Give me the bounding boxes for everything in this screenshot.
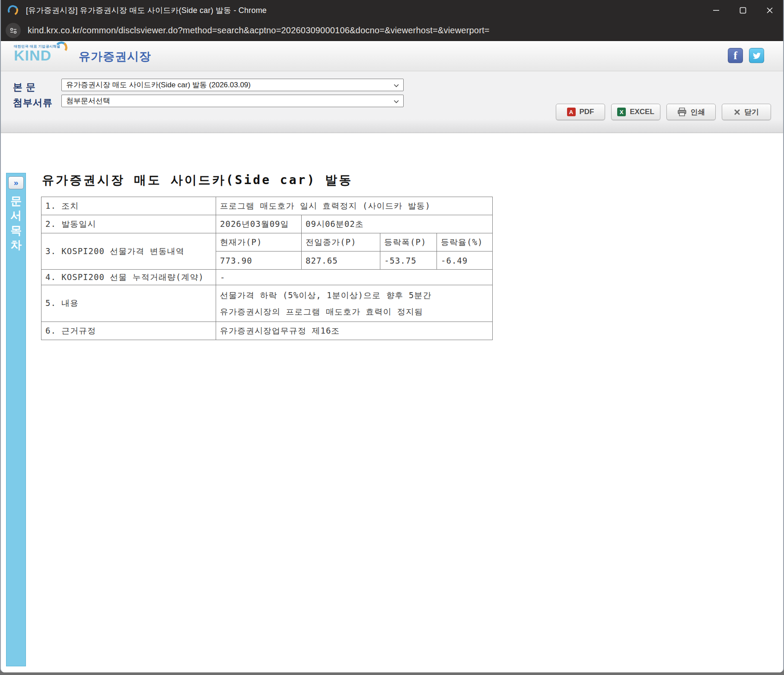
facebook-share-button[interactable]: f bbox=[728, 48, 743, 63]
main-doc-select[interactable]: 유가증권시장 매도 사이드카(Side car) 발동 (2026.03.09) bbox=[61, 79, 404, 91]
close-button-label: 닫기 bbox=[744, 107, 759, 117]
table-row: 4. KOSPI200 선물 누적거래량(계약) - bbox=[41, 270, 493, 285]
window-title: [유가증권시장] 유가증권시장 매도 사이드카(Side car) 발동 - C… bbox=[26, 5, 267, 16]
sidebar-label-char: 문 bbox=[10, 194, 22, 208]
row-label: 3. KOSPI200 선물가격 변동내역 bbox=[41, 233, 216, 270]
pdf-button[interactable]: A PDF bbox=[556, 104, 605, 120]
row-label: 5. 내용 bbox=[41, 285, 216, 322]
row-label: 6. 근거규정 bbox=[41, 322, 216, 340]
close-x-icon bbox=[734, 109, 740, 115]
disclosure-title: 유가증권시장 매도 사이드카(Side car) 발동 bbox=[42, 172, 353, 188]
print-button-label: 인쇄 bbox=[691, 107, 705, 117]
content-line-1: 선물가격 하락 (5%이상, 1분이상)으로 향후 5분간 bbox=[220, 287, 488, 303]
col-header: 등락폭(P) bbox=[380, 233, 437, 252]
url-bar: kind.krx.co.kr/common/disclsviewer.do?me… bbox=[1, 20, 783, 41]
printer-icon bbox=[677, 108, 687, 116]
row-value: 선물가격 하락 (5%이상, 1분이상)으로 향후 5분간 유가증권시장의 프로… bbox=[216, 285, 493, 322]
export-buttons: A PDF X EXCEL 인쇄 닫기 bbox=[556, 104, 771, 120]
attachment-select[interactable]: 첨부문서선택 bbox=[61, 95, 404, 107]
content-line-2: 유가증권시장의 프로그램 매도호가 효력이 정지됨 bbox=[220, 303, 488, 320]
sidebar-label-char: 차 bbox=[10, 238, 22, 252]
site-settings-button[interactable] bbox=[6, 23, 21, 38]
print-button[interactable]: 인쇄 bbox=[666, 104, 716, 120]
col-header: 등락율(%) bbox=[437, 233, 493, 252]
row-label: 4. KOSPI200 선물 누적거래량(계약) bbox=[41, 270, 216, 285]
col-header: 현재가(P) bbox=[216, 233, 302, 252]
facebook-icon: f bbox=[733, 48, 737, 63]
trigger-time: 09시06분02초 bbox=[302, 215, 493, 233]
document-toolbar: 본 문 유가증권시장 매도 사이드카(Side car) 발동 (2026.03… bbox=[1, 71, 783, 133]
double-chevron-right-icon: » bbox=[14, 178, 19, 188]
social-buttons: f bbox=[728, 48, 764, 63]
row-label: 1. 조치 bbox=[41, 197, 216, 215]
site-header: 대한민국 대표 기업공시채널 KIND 유가증권시장 f bbox=[1, 41, 783, 71]
trigger-date: 2026년03월09일 bbox=[216, 215, 302, 233]
col-header: 전일종가(P) bbox=[302, 233, 380, 252]
close-window-button[interactable] bbox=[756, 0, 783, 20]
row-value: - bbox=[216, 270, 493, 285]
doc-toc-sidebar[interactable]: » 문 서 목 차 bbox=[6, 173, 26, 666]
main-doc-label: 본 문 bbox=[13, 81, 36, 94]
row-value: 프로그램 매도호가 일시 효력정지 (사이드카 발동) bbox=[216, 197, 493, 215]
sidebar-label-char: 서 bbox=[10, 208, 22, 223]
maximize-icon bbox=[739, 7, 746, 14]
title-bar: [유가증권시장] 유가증권시장 매도 사이드카(Side car) 발동 - C… bbox=[1, 0, 783, 20]
kind-logo[interactable]: 대한민국 대표 기업공시채널 KIND bbox=[14, 44, 66, 62]
table-row: 2. 발동일시 2026년03월09일 09시06분02초 bbox=[41, 215, 493, 233]
page-title: 유가증권시장 bbox=[79, 49, 151, 64]
change-points: -53.75 bbox=[380, 252, 437, 270]
browser-window: [유가증권시장] 유가증권시장 매도 사이드카(Side car) 발동 - C… bbox=[0, 0, 784, 672]
attachment-select-value: 첨부문서선택 bbox=[66, 96, 110, 106]
minimize-icon bbox=[713, 7, 720, 14]
pdf-icon: A bbox=[567, 108, 576, 116]
change-percent: -6.49 bbox=[437, 252, 493, 270]
table-row: 5. 내용 선물가격 하락 (5%이상, 1분이상)으로 향후 5분간 유가증권… bbox=[41, 285, 493, 322]
sidebar-vertical-label: 문 서 목 차 bbox=[10, 194, 22, 252]
viewer-content: » 문 서 목 차 유가증권시장 매도 사이드카(Side car) 발동 1.… bbox=[1, 134, 783, 672]
tune-icon bbox=[9, 26, 18, 35]
disclosure-table: 1. 조치 프로그램 매도호가 일시 효력정지 (사이드카 발동) 2. 발동일… bbox=[41, 197, 493, 340]
maximize-button[interactable] bbox=[730, 0, 756, 20]
close-icon bbox=[766, 7, 773, 14]
url-text[interactable]: kind.krx.co.kr/common/disclsviewer.do?me… bbox=[28, 25, 490, 35]
table-row: 3. KOSPI200 선물가격 변동내역 현재가(P) 전일종가(P) 등락폭… bbox=[41, 233, 493, 252]
table-row: 6. 근거규정 유가증권시장업무규정 제16조 bbox=[41, 322, 493, 340]
current-price: 773.90 bbox=[216, 252, 302, 270]
chevron-down-icon bbox=[393, 99, 399, 105]
excel-icon: X bbox=[617, 108, 626, 116]
close-viewer-button[interactable]: 닫기 bbox=[722, 104, 771, 120]
sidebar-label-char: 목 bbox=[10, 223, 22, 238]
loading-spinner-icon bbox=[6, 3, 19, 16]
twitter-bird-icon bbox=[752, 51, 762, 60]
attachment-label: 첨부서류 bbox=[13, 96, 53, 109]
excel-button-label: EXCEL bbox=[630, 108, 654, 116]
main-doc-select-value: 유가증권시장 매도 사이드카(Side car) 발동 (2026.03.09) bbox=[66, 80, 251, 90]
prev-close: 827.65 bbox=[302, 252, 380, 270]
pdf-button-label: PDF bbox=[580, 108, 594, 116]
table-row: 1. 조치 프로그램 매도호가 일시 효력정지 (사이드카 발동) bbox=[41, 197, 493, 215]
row-label: 2. 발동일시 bbox=[41, 215, 216, 233]
minimize-button[interactable] bbox=[703, 0, 730, 20]
twitter-share-button[interactable] bbox=[749, 48, 764, 63]
excel-button[interactable]: X EXCEL bbox=[611, 104, 660, 120]
chevron-down-icon bbox=[393, 83, 399, 89]
row-value: 유가증권시장업무규정 제16조 bbox=[216, 322, 493, 340]
window-controls bbox=[703, 0, 783, 20]
sidebar-expand-button[interactable]: » bbox=[8, 176, 24, 189]
